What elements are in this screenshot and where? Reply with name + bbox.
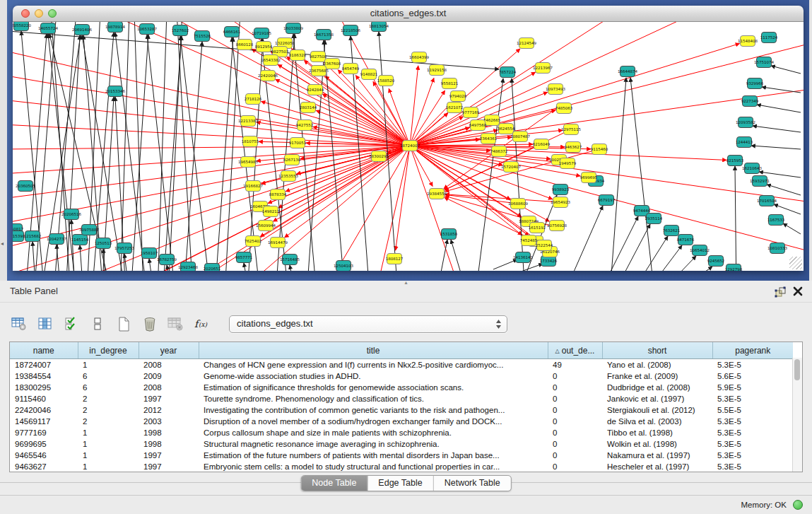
column-header-out_de[interactable]: △out_de... — [548, 342, 602, 359]
network-node-y[interactable]: 15720407 — [501, 162, 521, 173]
network-node-y[interactable]: 3624554 — [498, 124, 515, 134]
table-row[interactable]: 946362711997Embryonic stem cells: a mode… — [10, 461, 793, 472]
network-node-t[interactable]: 20206516 — [61, 209, 81, 220]
network-node-t[interactable]: 1292798 — [725, 264, 743, 271]
network-node-y[interactable]: 9148821 — [360, 69, 378, 80]
import-table-disabled-button[interactable] — [167, 314, 185, 334]
network-node-y[interactable]: 9463627 — [565, 142, 582, 153]
node-attribute-table[interactable]: namein_degreeyeartitle△out_de...shortpag… — [9, 341, 803, 472]
network-node-y[interactable]: 2718126 — [245, 94, 262, 105]
network-node-t[interactable]: 12923468 — [178, 262, 198, 271]
network-node-y[interactable]: 10807487 — [510, 132, 530, 142]
network-node-y[interactable]: 8878334 — [269, 189, 287, 200]
network-node-t[interactable]: 6679197 — [598, 195, 616, 206]
network-node-t[interactable]: 17957253 — [114, 243, 134, 254]
network-node-y[interactable]: 19654985 — [238, 157, 258, 168]
network-node-t[interactable]: 8215953 — [726, 156, 744, 166]
network-window[interactable]: citations_edges.txt 20558220140557242069… — [13, 6, 804, 271]
new-file-button[interactable] — [114, 314, 133, 334]
network-node-t[interactable]: 12218506 — [341, 25, 360, 36]
network-node-y[interactable]: 9699695 — [580, 173, 598, 183]
network-node-y[interactable]: 6216049 — [533, 139, 551, 150]
network-node-t[interactable]: 10719185 — [252, 28, 271, 39]
network-node-y[interactable]: 1810755 — [242, 136, 259, 147]
network-node-t[interactable]: 15932971 — [750, 176, 770, 187]
network-node-y[interactable]: 1498212 — [262, 206, 280, 217]
network-node-y[interactable]: 9427552 — [296, 120, 314, 131]
network-node-t[interactable]: 10653287 — [137, 24, 157, 35]
network-node-t[interactable]: 16644874 — [618, 66, 637, 77]
network-node-t[interactable]: 14671358 — [314, 30, 334, 40]
network-node-t[interactable]: 7515526 — [194, 31, 211, 42]
network-node-t[interactable]: 9938923 — [552, 185, 570, 195]
table-row[interactable]: 2242004622012Investigating the contribut… — [10, 404, 793, 416]
network-node-y[interactable]: 15609944 — [256, 221, 276, 231]
network-node-t[interactable]: 30975887 — [79, 225, 99, 235]
network-node-t[interactable]: 19878914 — [105, 22, 125, 33]
network-node-t[interactable]: 2020651 — [204, 264, 221, 271]
network-node-y[interactable]: 8186328 — [289, 50, 307, 61]
network-node-t[interactable]: 1531858 — [440, 229, 458, 240]
memory-status-indicator[interactable] — [793, 500, 803, 510]
network-node-t[interactable]: 1167533 — [767, 215, 785, 226]
network-node-y[interactable]: 9170051 — [289, 138, 307, 148]
network-node-y[interactable]: 12124549 — [517, 38, 536, 49]
column-header-name[interactable]: name — [10, 342, 78, 359]
network-node-t[interactable]: 20153346 — [105, 86, 125, 97]
close-panel-icon[interactable] — [792, 286, 804, 297]
network-node-y[interactable]: 8267130 — [283, 155, 301, 165]
network-node-y[interactable]: 7486372 — [490, 146, 508, 157]
select-rows-button[interactable] — [62, 314, 81, 334]
network-node-t[interactable]: 10654012 — [690, 245, 710, 256]
network-node-hub[interactable]: 18724007 — [400, 141, 420, 151]
tab-edge-table[interactable]: Edge Table — [367, 476, 433, 491]
float-window-icon[interactable] — [774, 286, 787, 298]
network-node-t[interactable]: 20360505 — [16, 181, 35, 192]
resize-grip[interactable] — [789, 257, 802, 269]
network-node-y[interactable]: 1588520 — [377, 76, 395, 86]
table-row[interactable]: 911546021997Tourette syndrome. Phenomeno… — [10, 393, 793, 404]
network-node-t[interactable]: 16210643 — [742, 163, 762, 174]
delete-table-button[interactable] — [141, 314, 159, 334]
tab-network-table[interactable]: Network Table — [434, 476, 511, 491]
panel-collapse-arrow-icon[interactable]: ◂ — [1, 240, 4, 247]
network-node-t[interactable]: 14055724 — [38, 23, 58, 34]
network-node-y[interactable]: 9777169 — [462, 107, 480, 118]
table-settings-button[interactable] — [10, 314, 28, 334]
column-header-short[interactable]: short — [602, 342, 712, 359]
column-header-pagerank[interactable]: pagerank — [712, 342, 793, 359]
network-node-t[interactable]: 18813054 — [369, 22, 389, 32]
network-node-y[interactable]: 18300295 — [369, 151, 389, 162]
network-node-t[interactable]: 1215682 — [24, 231, 42, 242]
show-columns-button[interactable] — [36, 314, 54, 334]
network-node-y[interactable]: 7625402 — [245, 236, 262, 247]
network-node-t[interactable]: 1958107 — [141, 248, 158, 259]
network-node-y[interactable]: 10688609 — [508, 199, 528, 209]
table-scrollbar-thumb[interactable] — [794, 359, 800, 380]
network-node-y[interactable]: 9242844 — [307, 85, 324, 95]
network-node-y[interactable]: 2364361 — [480, 134, 498, 144]
network-node-y[interactable]: 8454749 — [342, 64, 360, 74]
network-node-y[interactable]: 11929158 — [427, 65, 447, 76]
network-node-y[interactable]: 9794028 — [449, 91, 467, 102]
table-row[interactable]: 946554611997Estimation of the future num… — [10, 450, 793, 461]
network-node-t[interactable]: 12093582 — [736, 117, 755, 128]
tab-node-table[interactable]: Node Table — [301, 476, 367, 491]
network-node-y[interactable]: 8912954 — [255, 42, 273, 52]
network-node-y[interactable]: 19654923 — [551, 197, 570, 208]
network-node-y[interactable]: 22420046 — [258, 71, 278, 81]
network-node-y[interactable]: 2522544 — [536, 240, 553, 251]
row-height-button[interactable] — [88, 314, 107, 334]
network-node-t[interactable]: 12042737 — [47, 234, 66, 245]
network-node-y[interactable]: 10756928 — [547, 221, 567, 231]
network-node-y[interactable]: 16543382 — [261, 55, 281, 66]
network-node-y[interactable]: 1621072 — [446, 103, 464, 113]
network-window-titlebar[interactable]: citations_edges.txt — [13, 6, 804, 22]
network-node-y[interactable]: 2803144 — [300, 103, 317, 113]
column-header-year[interactable]: year — [139, 342, 199, 359]
function-builder-button[interactable]: f(x) — [193, 314, 211, 334]
network-node-y[interactable]: 7485063 — [555, 103, 573, 114]
table-row[interactable]: 1872400712008Changes of HCN gene express… — [10, 359, 793, 371]
network-node-t[interactable]: 14136141 — [513, 252, 533, 263]
network-node-t[interactable]: 9857771 — [235, 252, 253, 263]
